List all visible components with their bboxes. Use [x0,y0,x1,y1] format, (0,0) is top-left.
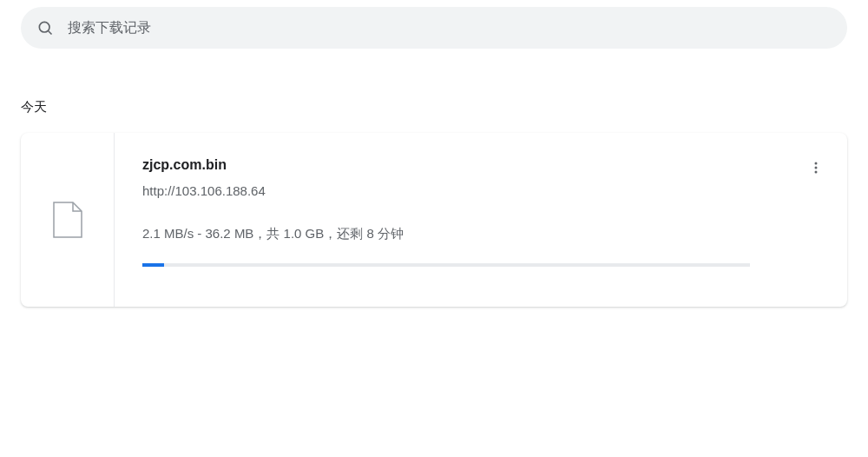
svg-point-4 [815,171,818,174]
svg-point-2 [815,162,818,165]
download-item: zjcp.com.bin http://103.106.188.64 2.1 M… [21,133,847,307]
file-icon-area [21,133,115,307]
file-icon [52,201,83,239]
search-icon [36,19,54,36]
search-input[interactable] [68,20,832,36]
progress-bar [142,263,750,267]
download-filename[interactable]: zjcp.com.bin [142,157,792,173]
download-status: 2.1 MB/s - 36.2 MB，共 1.0 GB，还剩 8 分钟 [142,226,792,242]
more-options-button[interactable] [802,154,830,182]
progress-fill [142,263,164,267]
search-bar[interactable] [21,7,847,49]
section-header-today: 今天 [21,99,847,116]
download-url[interactable]: http://103.106.188.64 [142,183,792,198]
download-details: zjcp.com.bin http://103.106.188.64 2.1 M… [115,133,847,307]
svg-line-1 [49,31,52,35]
svg-point-0 [39,22,49,32]
more-vertical-icon [809,161,823,175]
svg-point-3 [815,167,818,169]
